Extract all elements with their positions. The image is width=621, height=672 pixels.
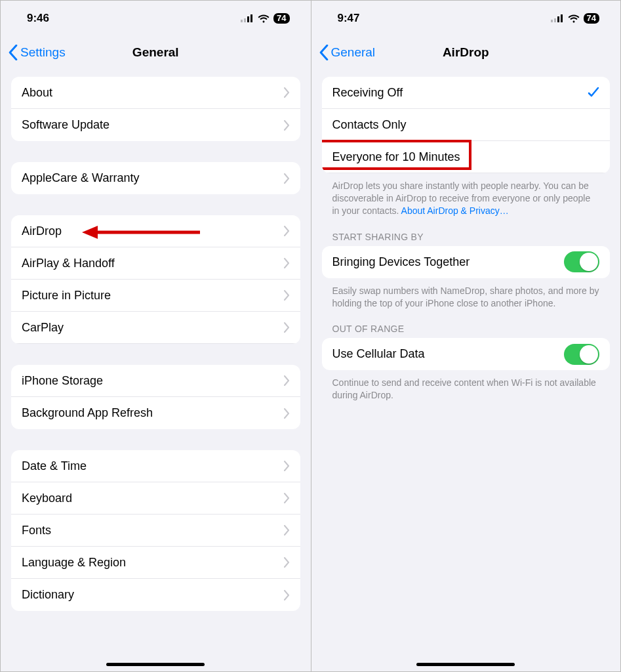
svg-rect-3 [250, 14, 252, 22]
svg-rect-1 [244, 18, 246, 22]
row-contacts-only[interactable]: Contacts Only [322, 109, 611, 141]
svg-rect-8 [557, 16, 559, 22]
row-label: Background App Refresh [22, 406, 153, 420]
wifi-icon [258, 14, 270, 23]
status-icons: 74 [551, 13, 599, 24]
group-receiving: Receiving Off Contacts Only Everyone for… [322, 77, 611, 173]
row-language-region[interactable]: Language & Region [11, 547, 300, 579]
start-sharing-footer: Easily swap numbers with NameDrop, share… [322, 285, 611, 324]
row-carplay[interactable]: CarPlay [11, 312, 300, 344]
row-keyboard[interactable]: Keyboard [11, 482, 300, 514]
row-label: AirDrop [22, 224, 62, 238]
row-label: CarPlay [22, 321, 64, 335]
about-airdrop-privacy-link[interactable]: About AirDrop & Privacy… [401, 205, 509, 216]
back-button[interactable]: Settings [7, 45, 66, 60]
row-label: Use Cellular Data [332, 347, 425, 361]
back-button[interactable]: General [318, 45, 376, 60]
content: About Software Update AppleCare & Warran… [1, 69, 311, 611]
nav-bar: Settings General [1, 36, 311, 69]
group-applecare: AppleCare & Warranty [11, 162, 300, 194]
row-dictionary[interactable]: Dictionary [11, 579, 300, 611]
page-title: General [132, 45, 179, 60]
row-label: Picture in Picture [22, 289, 111, 303]
row-airplay-handoff[interactable]: AirPlay & Handoff [11, 247, 300, 280]
row-label: Language & Region [22, 556, 126, 570]
status-time: 9:47 [338, 12, 360, 25]
row-label: Everyone for 10 Minutes [332, 150, 460, 164]
row-label: Fonts [22, 524, 51, 537]
svg-rect-7 [554, 18, 556, 22]
group-start-sharing: Bringing Devices Together [322, 246, 611, 278]
row-software-update[interactable]: Software Update [11, 109, 300, 141]
svg-rect-0 [241, 20, 243, 22]
chevron-right-icon [283, 525, 290, 536]
chevron-right-icon [283, 408, 290, 419]
group-airdrop-section: AirDrop AirPlay & Handoff Picture in Pic… [11, 215, 300, 344]
row-fonts[interactable]: Fonts [11, 514, 300, 547]
chevron-right-icon [283, 226, 290, 236]
row-label: Receiving Off [332, 86, 403, 100]
row-about[interactable]: About [11, 77, 300, 109]
svg-rect-9 [561, 14, 563, 22]
out-of-range-footer: Continue to send and receive content whe… [322, 377, 611, 416]
group-locale: Date & Time Keyboard Fonts Language & Re… [11, 450, 300, 611]
row-use-cellular-data[interactable]: Use Cellular Data [322, 338, 611, 370]
nav-bar: General AirDrop [311, 36, 621, 69]
content: Receiving Off Contacts Only Everyone for… [311, 69, 621, 416]
toggle-cellular-data[interactable] [564, 344, 599, 365]
group-storage: iPhone Storage Background App Refresh [11, 365, 300, 429]
row-label: Keyboard [22, 492, 72, 505]
back-label: General [331, 45, 376, 60]
pane-general: 9:46 74 Settings General About Software … [1, 1, 311, 671]
chevron-left-icon [318, 45, 330, 60]
row-background-app-refresh[interactable]: Background App Refresh [11, 397, 300, 429]
row-label: Bringing Devices Together [332, 255, 470, 269]
svg-rect-2 [247, 16, 249, 22]
section-out-of-range: OUT OF RANGE [322, 324, 611, 338]
chevron-right-icon [283, 173, 290, 184]
row-date-time[interactable]: Date & Time [11, 450, 300, 482]
row-airdrop[interactable]: AirDrop [11, 215, 300, 247]
chevron-right-icon [283, 375, 290, 386]
chevron-right-icon [283, 461, 290, 471]
home-indicator[interactable] [106, 663, 205, 666]
cellular-icon [551, 14, 564, 22]
row-label: AirPlay & Handoff [22, 257, 115, 270]
toggle-knob [580, 253, 598, 271]
row-everyone-10-min[interactable]: Everyone for 10 Minutes [322, 141, 611, 173]
row-label: Software Update [22, 118, 110, 132]
battery-icon: 74 [273, 13, 289, 24]
svg-rect-6 [551, 20, 553, 22]
pane-airdrop: 9:47 74 General AirDrop Receiving Off Co… [311, 1, 621, 671]
row-label: Contacts Only [332, 118, 407, 132]
row-applecare[interactable]: AppleCare & Warranty [11, 162, 300, 194]
row-bringing-devices-together[interactable]: Bringing Devices Together [322, 246, 611, 278]
row-label: iPhone Storage [22, 374, 103, 388]
chevron-right-icon [283, 590, 290, 600]
page-title: AirDrop [443, 45, 489, 60]
status-bar: 9:46 74 [1, 1, 311, 36]
chevron-right-icon [283, 493, 290, 503]
row-label: Date & Time [22, 459, 87, 473]
chevron-left-icon [7, 45, 19, 60]
row-picture-in-picture[interactable]: Picture in Picture [11, 280, 300, 312]
home-indicator[interactable] [416, 663, 515, 666]
status-icons: 74 [241, 13, 289, 24]
status-time: 9:46 [27, 12, 49, 25]
check-icon [588, 87, 599, 98]
chevron-right-icon [283, 322, 290, 333]
row-label: Dictionary [22, 588, 74, 602]
row-label: About [22, 86, 52, 100]
section-start-sharing: START SHARING BY [322, 232, 611, 246]
chevron-right-icon [283, 290, 290, 301]
toggle-bringing-devices[interactable] [564, 251, 599, 272]
status-bar: 9:47 74 [311, 1, 621, 36]
chevron-right-icon [283, 557, 290, 568]
receiving-footer: AirDrop lets you share instantly with pe… [322, 180, 611, 232]
wifi-icon [568, 14, 580, 23]
row-iphone-storage[interactable]: iPhone Storage [11, 365, 300, 397]
group-about: About Software Update [11, 77, 300, 141]
row-receiving-off[interactable]: Receiving Off [322, 77, 611, 109]
chevron-right-icon [283, 258, 290, 268]
chevron-right-icon [283, 87, 290, 98]
